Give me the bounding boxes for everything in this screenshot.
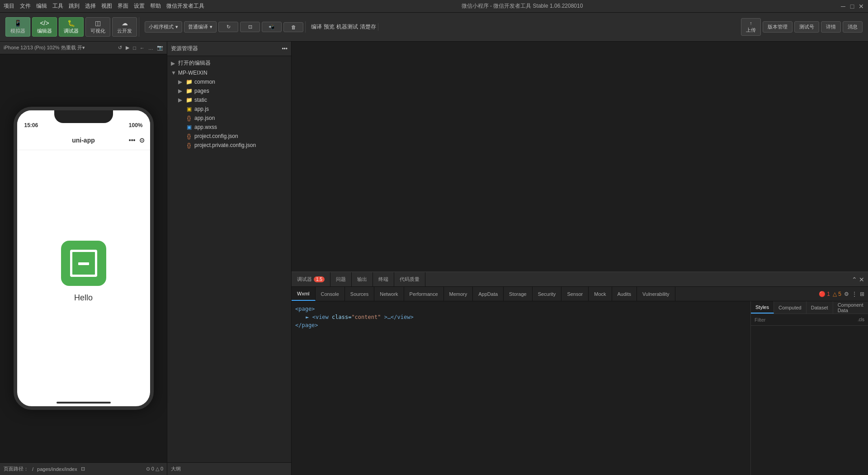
status-time: 15:06 <box>24 122 38 128</box>
error-icon: 🔴 1 <box>819 291 830 297</box>
tab-output[interactable]: 输出 <box>352 272 373 286</box>
sim-play-icon[interactable]: ▶ <box>126 45 129 51</box>
msg-button[interactable]: 消息 <box>843 21 863 33</box>
sim-camera-icon[interactable]: 📷 <box>157 45 163 51</box>
record-icon[interactable]: ⊙ <box>139 137 145 144</box>
dom-line-page-open[interactable]: <page> <box>295 305 747 313</box>
page-path-copy-icon[interactable]: ⊡ <box>81 466 85 472</box>
menu-edit[interactable]: 编辑 <box>36 2 47 10</box>
simulator-icon: 📱 <box>14 19 22 27</box>
tab-code-quality[interactable]: 代码质量 <box>394 272 425 286</box>
tree-app-json[interactable]: {} app.json <box>167 114 291 123</box>
scan-button[interactable]: ⊡ <box>240 22 260 32</box>
menu-interface[interactable]: 界面 <box>118 2 128 10</box>
debugger-badge: 1.5 <box>314 276 325 282</box>
maximize-button[interactable]: □ <box>849 3 855 10</box>
nav-tab-security[interactable]: Security <box>533 287 562 301</box>
sim-back-icon[interactable]: ← <box>140 45 145 51</box>
style-tab-dataset[interactable]: Dataset <box>807 301 833 314</box>
menu-project[interactable]: 项目 <box>4 2 14 10</box>
nav-tab-appdata[interactable]: AppData <box>473 287 504 301</box>
detail-button[interactable]: 详情 <box>821 21 841 33</box>
style-tab-component-data[interactable]: Component Data <box>833 301 868 314</box>
nav-controls: 🔴 1 △ 5 ⚙ ⋮ ⊞ <box>815 287 868 301</box>
json-icon: {} <box>185 142 193 148</box>
editor-icon: </> <box>40 19 49 27</box>
nav-tab-vulnerability[interactable]: Vulnerability <box>637 287 675 301</box>
mp-weixin-label: MP-WEIXIN <box>178 70 208 76</box>
tree-static[interactable]: ▶ 📁 static <box>167 95 291 104</box>
nav-tab-memory-label: Memory <box>449 291 467 297</box>
outline-label: 大纲 <box>171 466 181 472</box>
nav-tab-console[interactable]: Console <box>316 287 345 301</box>
style-tab-styles[interactable]: Styles <box>751 301 774 314</box>
nav-tab-memory[interactable]: Memory <box>444 287 473 301</box>
tree-project-config[interactable]: {} project.config.json <box>167 132 291 141</box>
close-button[interactable]: ✕ <box>858 3 864 10</box>
dom-panel: <page> ► <view class="content" >…</view>… <box>292 301 750 475</box>
menu-help[interactable]: 帮助 <box>150 2 161 10</box>
nav-tab-wxml[interactable]: Wxml <box>292 287 316 301</box>
nav-tab-network[interactable]: Network <box>374 287 404 301</box>
sim-rotate-icon[interactable]: ↺ <box>118 45 122 51</box>
version-mgr-button[interactable]: 版本管理 <box>763 21 793 33</box>
tree-common[interactable]: ▶ 📁 common <box>167 77 291 86</box>
tab-terminal[interactable]: 终端 <box>373 272 394 286</box>
expand-up-icon[interactable]: ⌃ <box>852 276 857 283</box>
nav-tab-sources[interactable]: Sources <box>345 287 374 301</box>
dock-icon[interactable]: ⊞ <box>860 291 864 297</box>
minimize-button[interactable]: ─ <box>840 3 846 10</box>
style-tab-computed[interactable]: Computed <box>774 301 807 314</box>
menu-settings[interactable]: 设置 <box>134 2 145 10</box>
sim-phone-icon[interactable]: □ <box>133 45 136 51</box>
tree-mp-weixin[interactable]: ▼ MP-WEIXIN <box>167 68 291 77</box>
tree-app-js[interactable]: ▣ app.js <box>167 104 291 114</box>
nav-tab-performance[interactable]: Performance <box>404 287 444 301</box>
upload-button[interactable]: ↑ 上传 <box>741 18 761 36</box>
tree-open-editors[interactable]: ▶ 打开的编辑器 <box>167 58 291 68</box>
tree-pages[interactable]: ▶ 📁 pages <box>167 86 291 95</box>
tree-project-private[interactable]: {} project.private.config.json <box>167 141 291 150</box>
tab-debugger[interactable]: 调试器 1.5 <box>292 272 330 286</box>
common-label: common <box>194 79 215 85</box>
app-icon-area: Hello <box>61 150 106 393</box>
folder-icon: 📁 <box>185 88 193 94</box>
menu-devtools[interactable]: 微信开发者工具 <box>166 2 204 10</box>
more-icon[interactable]: ⋮ <box>852 291 857 297</box>
refresh-icon: ↻ <box>226 24 231 30</box>
nav-tab-mock[interactable]: Mock <box>589 287 612 301</box>
nav-tab-security-label: Security <box>538 291 556 297</box>
styles-tabs: Styles Computed Dataset Component Data <box>751 301 868 314</box>
nav-tab-storage[interactable]: Storage <box>504 287 533 301</box>
cloud-button[interactable]: ☁ 云开发 <box>112 17 137 37</box>
filetree-more-icon[interactable]: ••• <box>282 46 288 52</box>
dom-line-view[interactable]: ► <view class="content" >…</view> <box>295 313 747 321</box>
refresh-button[interactable]: ↻ <box>218 22 238 32</box>
menu-tools[interactable]: 工具 <box>52 2 63 10</box>
sim-more-icon[interactable]: … <box>148 45 153 51</box>
menu-select[interactable]: 选择 <box>85 2 96 10</box>
menu-file[interactable]: 文件 <box>20 2 31 10</box>
debug-button[interactable]: 🐛 调试器 <box>59 17 84 37</box>
settings-icon[interactable]: ⚙ <box>844 291 849 297</box>
simulator-button[interactable]: 📱 模拟器 <box>5 17 30 37</box>
clean-button[interactable]: 🗑 <box>283 22 303 32</box>
nav-tab-sensor[interactable]: Sensor <box>561 287 589 301</box>
dom-line-page-close[interactable]: </page> <box>295 321 747 329</box>
editor-button[interactable]: </> 编辑器 <box>32 17 57 37</box>
dots-icon[interactable]: ••• <box>129 137 136 144</box>
tree-app-wxss[interactable]: ▣ app.wxss <box>167 123 291 132</box>
menu-goto[interactable]: 跳到 <box>69 2 80 10</box>
menu-view[interactable]: 视图 <box>101 2 112 10</box>
test-button[interactable]: 测试号 <box>794 21 819 33</box>
devtools-nav-tabs: Wxml Console Sources Network Performance… <box>292 287 868 301</box>
close-devtools-icon[interactable]: ✕ <box>859 276 864 283</box>
compile-text: 编译 <box>311 23 322 31</box>
mode-selector[interactable]: 小程序模式 ▾ <box>145 21 182 33</box>
compile-selector[interactable]: 普通编译 ▾ <box>184 21 217 33</box>
preview-button[interactable]: ◫ 可视化 <box>85 17 110 37</box>
styles-filter-input[interactable] <box>755 317 854 323</box>
real-device-button[interactable]: 📲 <box>262 22 282 32</box>
nav-tab-audits[interactable]: Audits <box>612 287 637 301</box>
tab-problems[interactable]: 问题 <box>330 272 352 286</box>
